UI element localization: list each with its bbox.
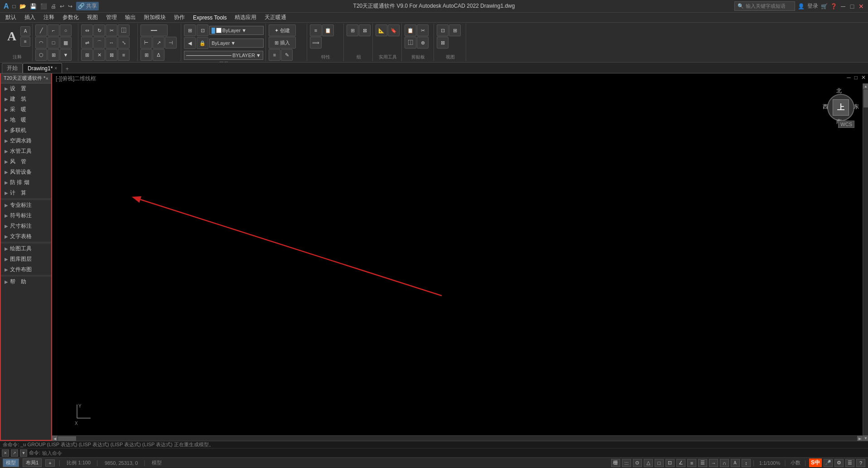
login-text[interactable]: 登录 xyxy=(807,2,818,10)
h-scroll-thumb[interactable] xyxy=(58,436,76,441)
tab-start[interactable]: 开始 xyxy=(2,63,23,73)
maximize-btn[interactable]: □ xyxy=(849,3,855,10)
match-btn[interactable]: ≡ xyxy=(269,49,280,61)
cmd-icon3[interactable]: ▼ xyxy=(20,449,27,457)
panel-item-floor-heating[interactable]: ▶ 地 暖 xyxy=(1,115,51,125)
search-box[interactable]: 🔍 输入关键字或短语 xyxy=(734,1,795,11)
scale-btn[interactable]: ⤡ xyxy=(118,37,130,49)
panel-item-heating[interactable]: ▶ 采 暖 xyxy=(1,104,51,115)
stretch-btn[interactable]: ↔ xyxy=(106,37,117,49)
model-tab[interactable]: 模型 xyxy=(3,458,19,467)
menu-featured[interactable]: 精选应用 xyxy=(231,13,260,22)
move-btn[interactable]: ⇔ xyxy=(81,24,93,36)
list2-btn[interactable]: ☰ xyxy=(845,459,854,467)
rotate-btn[interactable]: ↻ xyxy=(93,24,105,36)
id-btn[interactable]: 🔖 xyxy=(388,24,400,36)
scroll-track[interactable] xyxy=(863,89,868,435)
lweight-btn[interactable]: ☰ xyxy=(698,459,707,467)
layer-linetype-dropdown[interactable]: BYLAYER ▼ xyxy=(184,51,263,60)
region-btn[interactable]: ⬡ xyxy=(35,49,47,61)
menu-annotation[interactable]: 注释 xyxy=(40,13,58,22)
copy2-btn[interactable]: ⿰ xyxy=(405,37,416,49)
osnap-btn[interactable]: □ xyxy=(655,459,664,467)
audio-btn[interactable]: 🎤 xyxy=(824,459,833,467)
panel-close-btn[interactable]: × xyxy=(46,76,48,81)
table-btn[interactable]: ⊞ xyxy=(48,49,59,61)
panel-item-help[interactable]: ▶ 帮 助 xyxy=(1,277,51,287)
tab-drawing1-close[interactable]: × xyxy=(54,66,57,71)
panel-item-duct[interactable]: ▶ 风 管 xyxy=(1,156,51,167)
hatch-btn[interactable]: ▦ xyxy=(60,37,72,49)
ungroup-btn[interactable]: ⊠ xyxy=(359,24,371,36)
more-draw-btn[interactable]: ▼ xyxy=(60,49,72,61)
otrack-btn[interactable]: ⊡ xyxy=(665,459,675,467)
help-icon[interactable]: ❓ xyxy=(830,3,837,10)
snap-btn[interactable]: ::: xyxy=(622,459,631,467)
fillet-btn[interactable]: ⌒ xyxy=(93,37,105,49)
cmd-icon1[interactable]: ✕ xyxy=(2,449,9,457)
table2-btn[interactable]: ⊞ xyxy=(140,49,152,61)
help2-btn[interactable]: ? xyxy=(856,459,865,467)
menu-insert[interactable]: 插入 xyxy=(21,13,39,22)
vertical-scrollbar[interactable]: ▲ ▼ xyxy=(863,83,868,441)
match-props-btn[interactable]: ⟹ xyxy=(310,37,322,49)
h-scroll-track[interactable] xyxy=(58,436,857,441)
paste-btn[interactable]: 📋 xyxy=(405,24,416,36)
panel-item-architecture[interactable]: ▶ 建 筑 xyxy=(1,94,51,104)
create-block-btn[interactable]: ✦ 创建 xyxy=(269,24,296,36)
panel-item-pro-annot[interactable]: ▶ 专业标注 xyxy=(1,200,51,210)
tab-add-btn[interactable]: + xyxy=(62,65,72,73)
base-btn[interactable]: ⊕ xyxy=(417,37,429,49)
saveas-icon[interactable]: ⬛ xyxy=(40,3,47,10)
menu-express[interactable]: Express Tools xyxy=(189,14,230,22)
brand-icon[interactable]: S中 xyxy=(809,458,822,467)
scroll-thumb[interactable] xyxy=(863,89,868,107)
menu-default[interactable]: 默认 xyxy=(2,13,20,22)
group-btn[interactable]: ⊞ xyxy=(347,24,358,36)
measure-btn[interactable]: 📐 xyxy=(376,24,387,36)
layout1-tab[interactable]: 布局1 xyxy=(23,458,42,467)
style-btn[interactable]: A xyxy=(20,26,30,36)
scroll-down-btn[interactable]: ▼ xyxy=(863,435,868,441)
command-input-field[interactable] xyxy=(42,450,866,456)
coords-item[interactable]: 9850, 25313, 0 xyxy=(103,460,140,466)
save-icon[interactable]: 💾 xyxy=(30,3,37,10)
close-btn[interactable]: ✕ xyxy=(858,3,864,10)
panel-item-settings[interactable]: ▶ 设 置 xyxy=(1,83,51,94)
menu-manage[interactable]: 管理 xyxy=(102,13,121,22)
panel-item-library[interactable]: ▶ 图库图层 xyxy=(1,254,51,264)
dim-btn[interactable]: ⊢ xyxy=(140,37,152,49)
polar-btn[interactable]: △ xyxy=(644,459,653,467)
view-btn3[interactable]: ⊠ xyxy=(437,37,448,49)
view-btn2[interactable]: ⊞ xyxy=(449,24,461,36)
rect-btn[interactable]: □ xyxy=(48,37,59,49)
menu-view[interactable]: 视图 xyxy=(83,13,101,22)
layer-lock-btn[interactable]: 🔒 xyxy=(197,37,208,49)
insert-block-btn[interactable]: ⊞ 插入 xyxy=(269,37,296,49)
scroll-right-btn[interactable]: ▶ xyxy=(857,436,863,441)
menu-addons[interactable]: 附加模块 xyxy=(140,13,169,22)
menu-parametric[interactable]: 参数化 xyxy=(59,13,82,22)
ws-btn[interactable]: ↕ xyxy=(742,459,751,467)
panel-item-text-table[interactable]: ▶ 文字表格 xyxy=(1,231,51,242)
zoom-item[interactable]: 1:1/100% xyxy=(757,460,782,466)
menu-output[interactable]: 输出 xyxy=(121,13,140,22)
panel-item-draw-tools[interactable]: ▶ 绘图工具 xyxy=(1,244,51,254)
arc-btn[interactable]: ◠ xyxy=(35,37,47,49)
text-tool-btn[interactable]: A xyxy=(4,24,20,48)
edit-attr-btn[interactable]: ✎ xyxy=(281,49,293,61)
dim-style-btn[interactable]: Δ xyxy=(153,49,164,61)
undo-icon[interactable]: ↩ xyxy=(60,3,64,10)
offset-btn[interactable]: ≡ xyxy=(118,49,130,61)
ducs-btn[interactable]: ∠ xyxy=(676,459,685,467)
leader-btn[interactable]: ↗ xyxy=(153,37,164,49)
scale-item[interactable]: 比例 1:100 xyxy=(65,459,92,467)
panel-item-dim-annot[interactable]: ▶ 尺寸标注 xyxy=(1,221,51,231)
polyline-btn[interactable]: ⌐ xyxy=(48,24,59,36)
markup-btn[interactable]: ≡ xyxy=(20,37,30,47)
menu-collaborate[interactable]: 协作 xyxy=(170,13,188,22)
panel-item-ac-water[interactable]: ▶ 空调水路 xyxy=(1,136,51,146)
layer-dropdown[interactable]: █ ByLayer ▼ xyxy=(209,26,264,35)
layer-color-dropdown[interactable]: ByLayer ▼ xyxy=(209,39,264,48)
open-icon[interactable]: 📂 xyxy=(19,3,26,10)
